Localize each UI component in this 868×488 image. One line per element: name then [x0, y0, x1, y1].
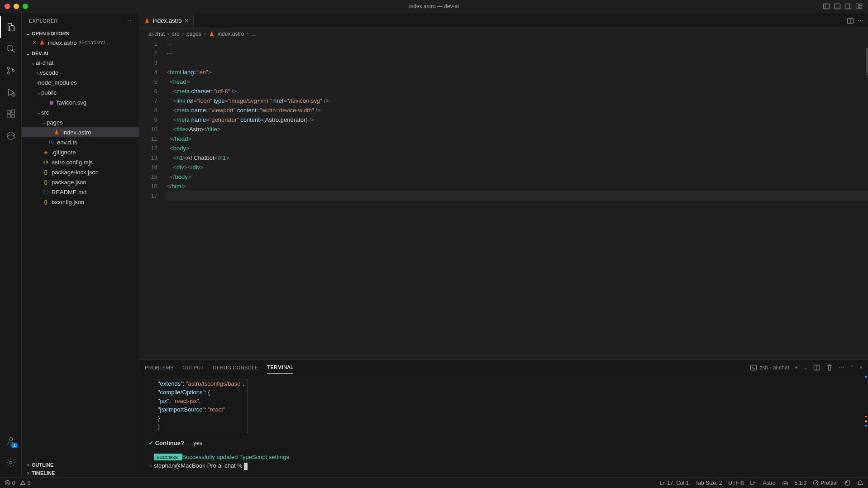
- svg-rect-16: [7, 110, 10, 114]
- breadcrumb-item[interactable]: pages: [186, 31, 201, 37]
- tree-item--gitignore[interactable]: ◈.gitignore: [22, 147, 139, 157]
- close-editor-icon[interactable]: ×: [31, 39, 38, 46]
- search-activity-icon[interactable]: [0, 38, 22, 60]
- editor-area: index.astro × ⋯ ai-chat› src› pages› ind…: [139, 13, 868, 477]
- svg-rect-8: [860, 7, 862, 9]
- status-encoding[interactable]: UTF-8: [729, 480, 744, 486]
- more-actions-icon[interactable]: ⋯: [858, 17, 863, 24]
- open-editor-item[interactable]: × index.astro ai-chat/src/...: [22, 38, 139, 48]
- tree-item-package-lock-json[interactable]: {}package-lock.json: [22, 167, 139, 177]
- titlebar: index.astro — dev-ai: [0, 0, 868, 13]
- tree-item-astro-config-mjs[interactable]: JSastro.config.mjs: [22, 157, 139, 167]
- status-version[interactable]: 5.1.3: [795, 480, 807, 486]
- bottom-panel: PROBLEMS OUTPUT DEBUG CONSOLE TERMINAL z…: [139, 359, 868, 477]
- success-message: Successfully updated TypeScript settings: [182, 454, 289, 460]
- status-cursor-position[interactable]: Ln 17, Col 1: [659, 480, 689, 486]
- close-panel-icon[interactable]: ×: [859, 364, 863, 371]
- file-icon: ◈: [42, 148, 50, 156]
- tree-item-favicon-svg[interactable]: ▦favicon.svg: [22, 97, 139, 107]
- workspace-section[interactable]: ⌄DEV-AI: [22, 49, 139, 57]
- status-eol[interactable]: LF: [750, 480, 757, 486]
- explorer-header: EXPLORER ⋯: [22, 13, 139, 29]
- tree-item-node-modules[interactable]: › node_modules: [22, 77, 139, 87]
- settings-activity-icon[interactable]: [0, 452, 22, 474]
- status-warnings[interactable]: 0: [20, 480, 31, 486]
- breadcrumb-item[interactable]: ai-chat: [148, 31, 165, 37]
- svg-rect-2: [835, 4, 840, 9]
- tree-item-pages[interactable]: ⌄ pages: [22, 117, 139, 127]
- toggle-panel-icon[interactable]: [833, 2, 842, 11]
- svg-point-34: [784, 483, 785, 484]
- chevron-down-icon: ⌄: [24, 50, 32, 57]
- svg-rect-6: [856, 4, 858, 9]
- editor-actions: ⋯: [847, 13, 868, 29]
- code-editor[interactable]: 1234567891011121314151617 ------ <html l…: [139, 39, 868, 359]
- tree-item-label: public: [41, 89, 57, 96]
- new-terminal-icon[interactable]: +: [795, 364, 798, 371]
- maximize-panel-icon[interactable]: ⌃: [849, 364, 854, 371]
- breadcrumb-item[interactable]: index.astro: [218, 31, 244, 37]
- tree-item-ai-chat[interactable]: ⌄ ai-chat: [22, 57, 139, 67]
- breadcrumb-item[interactable]: ...: [251, 31, 256, 37]
- panel-tab-problems[interactable]: PROBLEMS: [145, 361, 174, 374]
- editor-tab[interactable]: index.astro ×: [139, 13, 194, 29]
- timeline-section[interactable]: ›TIMELINE: [22, 469, 139, 477]
- explorer-activity-icon[interactable]: [0, 16, 22, 38]
- terminal-content[interactable]: "extends": "astro/tsconfigs/base", "comp…: [139, 375, 868, 477]
- code-content[interactable]: ------ <html lang="en"> <head> <meta cha…: [167, 39, 868, 359]
- status-language[interactable]: Astro: [763, 480, 776, 486]
- open-editors-section[interactable]: ⌄OPEN EDITORS: [22, 29, 139, 38]
- close-tab-icon[interactable]: ×: [185, 17, 189, 25]
- explorer-more-icon[interactable]: ⋯: [126, 17, 132, 24]
- tree-item-readme-md[interactable]: ⓘREADME.md: [22, 187, 139, 197]
- extensions-activity-icon[interactable]: [0, 103, 22, 125]
- tree-item-package-json[interactable]: {}package.json: [22, 177, 139, 187]
- split-terminal-icon[interactable]: [813, 364, 820, 371]
- close-window-button[interactable]: [5, 4, 10, 9]
- svg-point-9: [7, 45, 13, 51]
- terminal-prompt: stephan@MacBook-Pro ai-chat %: [154, 462, 244, 469]
- terminal-json-box: "extends": "astro/tsconfigs/base", "comp…: [154, 379, 248, 433]
- breadcrumb-item[interactable]: src: [172, 31, 179, 37]
- file-icon: [52, 129, 61, 136]
- toggle-primary-sidebar-icon[interactable]: [822, 2, 831, 11]
- status-errors[interactable]: 0: [5, 480, 15, 486]
- minimize-window-button[interactable]: [14, 4, 19, 9]
- edge-tools-activity-icon[interactable]: [0, 125, 22, 147]
- maximize-window-button[interactable]: [23, 4, 28, 9]
- terminal-instance-label[interactable]: zsh - ai-chat: [750, 364, 789, 371]
- status-notifications-icon[interactable]: [857, 480, 863, 486]
- tree-item-env-d-ts[interactable]: TSenv.d.ts: [22, 137, 139, 147]
- status-copilot-icon[interactable]: [782, 480, 788, 486]
- file-icon: {}: [42, 168, 50, 176]
- customize-layout-icon[interactable]: [854, 2, 863, 11]
- tree-item-src[interactable]: ⌄ src: [22, 107, 139, 117]
- status-prettier[interactable]: Prettier: [813, 480, 838, 486]
- svg-rect-18: [11, 115, 14, 118]
- minimap-slider[interactable]: [866, 48, 868, 75]
- terminal-more-icon[interactable]: ⋯: [839, 364, 844, 371]
- tree-item--vscode[interactable]: › .vscode: [22, 67, 139, 77]
- panel-tabs: PROBLEMS OUTPUT DEBUG CONSOLE TERMINAL z…: [139, 360, 868, 375]
- terminal-dropdown-icon[interactable]: ⌄: [803, 364, 808, 371]
- toggle-secondary-sidebar-icon[interactable]: [844, 2, 853, 11]
- split-editor-icon[interactable]: [847, 17, 854, 24]
- accounts-activity-icon[interactable]: 1: [0, 430, 22, 452]
- status-feedback-icon[interactable]: [844, 480, 851, 486]
- panel-tab-debug[interactable]: DEBUG CONSOLE: [213, 361, 258, 374]
- svg-point-37: [814, 480, 819, 485]
- tree-item-tsconfig-json[interactable]: {}tsconfig.json: [22, 197, 139, 207]
- tree-item-label: src: [41, 109, 49, 116]
- panel-tab-output[interactable]: OUTPUT: [183, 361, 204, 374]
- file-icon: ⓘ: [42, 188, 50, 196]
- breadcrumbs[interactable]: ai-chat› src› pages› index.astro› ...: [139, 29, 868, 39]
- open-editor-path: ai-chat/src/...: [79, 39, 110, 46]
- run-debug-activity-icon[interactable]: [0, 81, 22, 103]
- panel-tab-terminal[interactable]: TERMINAL: [267, 361, 293, 374]
- outline-section[interactable]: ›OUTLINE: [22, 461, 139, 469]
- status-tab-size[interactable]: Tab Size: 2: [695, 480, 722, 486]
- source-control-activity-icon[interactable]: [0, 60, 22, 81]
- kill-terminal-icon[interactable]: [826, 364, 833, 371]
- tree-item-index-astro[interactable]: index.astro: [22, 127, 139, 137]
- tree-item-public[interactable]: ⌄ public: [22, 87, 139, 97]
